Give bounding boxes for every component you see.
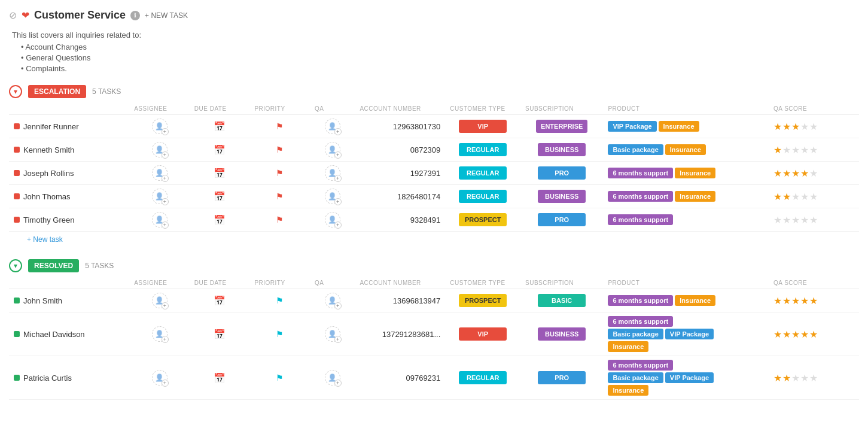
desc-item-2: General Questions — [21, 53, 859, 62]
priority-flag-icon[interactable]: ⚑ — [276, 192, 284, 201]
due-date-icon[interactable]: 📅 — [214, 192, 226, 202]
star-icon: ★ — [800, 214, 809, 226]
star-icon: ★ — [791, 168, 800, 179]
table-row: Michael Davidson 👤 + 📅 ⚑ 👤 — [9, 312, 859, 356]
product-tag: 6 months support — [608, 191, 673, 202]
new-task-button[interactable]: + NEW TASK — [145, 11, 188, 20]
task-name-cell: John Smith — [14, 296, 124, 305]
product-tag: Basic package — [608, 329, 663, 339]
info-icon[interactable]: ℹ — [130, 11, 140, 20]
star-icon: ★ — [782, 329, 791, 340]
star-icon: ★ — [791, 329, 800, 340]
product-tag: Insurance — [608, 341, 648, 352]
assignee-icon[interactable]: 👤 + — [152, 189, 167, 204]
add-assignee-icon[interactable]: + — [162, 221, 169, 229]
due-date-icon[interactable]: 📅 — [214, 122, 226, 132]
add-qa-icon[interactable]: + — [334, 380, 342, 387]
priority-flag-icon[interactable]: ⚑ — [276, 145, 284, 154]
add-assignee-icon[interactable]: + — [162, 198, 169, 205]
add-qa-icon[interactable]: + — [334, 336, 342, 343]
priority-flag-icon[interactable]: ⚑ — [276, 373, 284, 383]
add-assignee-icon[interactable]: + — [162, 302, 169, 309]
escalation-toggle[interactable]: ▾ — [9, 85, 22, 98]
product-tag: VIP Package — [608, 121, 656, 132]
task-name-label[interactable]: John Thomas — [23, 192, 71, 201]
task-name-label[interactable]: Patricia Curtis — [23, 374, 72, 383]
col-header-assignee: ASSIGNEE — [129, 103, 190, 115]
star-icon: ★ — [782, 144, 791, 156]
assignee-icon[interactable]: 👤 + — [152, 326, 167, 342]
resolved-toggle[interactable]: ▾ — [9, 259, 22, 272]
customer-type-badge: VIP — [459, 120, 507, 133]
priority-flag-icon[interactable]: ⚑ — [276, 296, 284, 305]
qa-cell: 👤 + — [325, 142, 340, 157]
task-name-label[interactable]: John Smith — [23, 296, 62, 305]
add-qa-icon[interactable]: + — [334, 302, 342, 309]
due-date-icon[interactable]: 📅 — [214, 168, 226, 178]
qa-cell: 👤 + — [325, 165, 340, 181]
back-button[interactable]: ⊘ — [9, 10, 17, 21]
qa-score-stars: ★★★★★ — [773, 168, 854, 179]
task-name-label[interactable]: Joseph Rollins — [23, 169, 74, 178]
assignee-icon[interactable]: 👤 + — [152, 370, 167, 385]
task-name-label[interactable]: Kenneth Smith — [23, 145, 74, 154]
table-row: Kenneth Smith 👤 + 📅 ⚑ 👤 — [9, 138, 859, 162]
add-qa-icon[interactable]: + — [334, 128, 342, 135]
task-name-label[interactable]: Timothy Green — [23, 215, 75, 224]
product-tag: VIP Package — [665, 329, 714, 339]
product-tags-cell: 6 months supportBasic packageVIP Package… — [608, 360, 727, 396]
add-qa-icon[interactable]: + — [334, 151, 342, 159]
star-icon: ★ — [800, 121, 809, 132]
escalation-new-task[interactable]: + New task — [9, 232, 859, 247]
due-date-icon[interactable]: 📅 — [214, 145, 226, 155]
assignee-icon[interactable]: 👤 + — [152, 165, 167, 181]
resolved-col-header-product: PRODUCT — [603, 277, 769, 289]
assignee-icon[interactable]: 👤 + — [152, 142, 167, 157]
col-header-duedate: DUE DATE — [190, 103, 250, 115]
due-date-icon[interactable]: 📅 — [214, 329, 226, 339]
add-assignee-icon[interactable]: + — [162, 380, 169, 387]
due-date-icon[interactable]: 📅 — [214, 215, 226, 225]
resolved-table: ASSIGNEE DUE DATE PRIORITY QA ACCOUNT NU… — [9, 277, 859, 400]
priority-flag-icon[interactable]: ⚑ — [276, 215, 284, 224]
subscription-badge: BASIC — [538, 294, 586, 307]
assignee-icon[interactable]: 👤 + — [152, 119, 167, 134]
add-assignee-icon[interactable]: + — [162, 336, 169, 343]
task-status-dot — [14, 123, 20, 129]
col-header-name — [9, 103, 129, 115]
product-tags-cell: 6 months supportInsurance — [608, 295, 727, 306]
table-row: Joseph Rollins 👤 + 📅 ⚑ 👤 — [9, 162, 859, 185]
resolved-col-header-name — [9, 277, 129, 289]
assignee-cell: 👤 + — [134, 293, 185, 308]
task-status-dot — [14, 298, 20, 303]
assignee-cell: 👤 + — [134, 165, 185, 181]
star-icon: ★ — [791, 144, 800, 156]
assignee-icon[interactable]: 👤 + — [152, 293, 167, 308]
due-date-icon[interactable]: 📅 — [214, 373, 226, 383]
qa-score-stars: ★★★★★ — [773, 144, 854, 156]
priority-flag-icon[interactable]: ⚑ — [276, 329, 284, 339]
priority-flag-icon[interactable]: ⚑ — [276, 122, 284, 131]
resolved-col-header-duedate: DUE DATE — [190, 277, 250, 289]
product-tags-cell: 6 months supportInsurance — [608, 168, 727, 178]
task-name-label[interactable]: Michael Davidson — [23, 330, 85, 339]
add-assignee-icon[interactable]: + — [162, 175, 169, 182]
subscription-badge: PRO — [538, 166, 586, 180]
account-number: 09769231 — [406, 374, 440, 383]
star-icon: ★ — [773, 168, 782, 179]
assignee-icon[interactable]: 👤 + — [152, 212, 167, 227]
priority-flag-icon[interactable]: ⚑ — [276, 168, 284, 178]
star-icon: ★ — [791, 191, 800, 202]
add-qa-icon[interactable]: + — [334, 221, 342, 229]
add-assignee-icon[interactable]: + — [162, 151, 169, 159]
star-icon: ★ — [782, 191, 791, 202]
add-assignee-icon[interactable]: + — [162, 128, 169, 135]
task-name-label[interactable]: Jennifer Runner — [23, 122, 79, 131]
add-qa-icon[interactable]: + — [334, 198, 342, 205]
customer-type-badge: PROSPECT — [459, 294, 507, 307]
due-date-icon[interactable]: 📅 — [214, 296, 226, 306]
product-tags-cell: VIP PackageInsurance — [608, 121, 727, 132]
resolved-col-header-qascore: QA SCORE — [769, 277, 859, 289]
add-qa-icon[interactable]: + — [334, 175, 342, 182]
customer-type-badge: VIP — [459, 327, 507, 341]
